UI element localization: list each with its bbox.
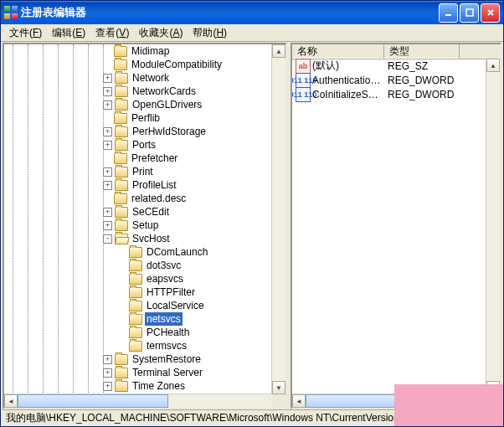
minimize-button[interactable] <box>439 3 458 23</box>
tree-node-systemrestore[interactable]: +SystemRestore <box>4 352 272 366</box>
folder-icon <box>115 100 128 111</box>
tree-node-terminal-server[interactable]: +Terminal Server <box>4 366 272 379</box>
tree-node-networkcards[interactable]: +NetworkCards <box>4 85 272 98</box>
scroll-up-button[interactable]: ▲ <box>272 44 285 58</box>
tree-node-termsvcs[interactable]: termsvcs <box>4 339 272 352</box>
values-scrollbar-vertical[interactable]: ▲ ▼ <box>486 59 500 394</box>
value-type: REG_DWORD <box>384 89 460 100</box>
expand-icon[interactable]: + <box>103 208 112 217</box>
tree-label[interactable]: Perflib <box>130 111 162 125</box>
tree-node-perhwidstorage[interactable]: +PerHwIdStorage <box>4 125 272 138</box>
maximize-button[interactable] <box>460 3 479 23</box>
close-button[interactable] <box>481 3 500 23</box>
tree-node-profilelist[interactable]: +ProfileList <box>4 178 272 192</box>
tree-label[interactable]: Setup <box>131 219 160 232</box>
tree-label[interactable]: LocalService <box>145 299 206 312</box>
tree-label[interactable]: DComLaunch <box>145 245 209 259</box>
tree-label[interactable]: netsvcs <box>145 312 183 326</box>
folder-icon <box>129 341 142 352</box>
tree-node-dot3svc[interactable]: dot3svc <box>4 259 272 272</box>
column-header[interactable]: 名称 <box>292 44 384 59</box>
registry-tree[interactable]: MidimapModuleCompatibility+Network+Netwo… <box>4 44 272 394</box>
expand-icon[interactable]: + <box>103 87 112 96</box>
expand-icon[interactable]: + <box>103 141 112 150</box>
tree-label[interactable]: related.desc <box>130 192 188 205</box>
tree-label[interactable]: HTTPFilter <box>145 286 197 299</box>
tree-node-pchealth[interactable]: PCHealth <box>4 326 272 339</box>
value-row[interactable]: 011 110Authenticatio…REG_DWORD <box>292 73 486 87</box>
scroll-right-button[interactable]: ► <box>259 408 272 409</box>
menu-a[interactable]: 收藏夹(A) <box>134 24 188 42</box>
tree-node-secedit[interactable]: +SeCEdit <box>4 205 272 219</box>
expand-icon[interactable]: + <box>103 167 112 177</box>
tree-node-prefetcher[interactable]: Prefetcher <box>4 152 272 165</box>
scroll-left-button[interactable]: ◄ <box>292 394 306 408</box>
tree-node-modulecompatibility[interactable]: ModuleCompatibility <box>4 58 272 71</box>
value-name: (默认) <box>312 59 339 73</box>
menubar: 文件(F)编辑(E)查看(V)收藏夹(A)帮助(H) <box>1 24 503 42</box>
values-header[interactable]: 名称类型 <box>292 44 500 59</box>
tree-label[interactable]: Midimap <box>130 44 171 58</box>
tree-label[interactable]: PerHwIdStorage <box>131 125 208 138</box>
tree-scrollbar-horizontal[interactable]: ◄ ► <box>4 394 272 408</box>
scroll-up-button[interactable]: ▲ <box>486 59 500 72</box>
expand-icon[interactable]: + <box>103 181 112 190</box>
tree-label[interactable]: PCHealth <box>145 326 191 339</box>
values-list[interactable]: ab(默认)REG_SZ011 110Authenticatio…REG_DWO… <box>292 59 486 394</box>
collapse-icon[interactable]: - <box>103 234 112 244</box>
menu-h[interactable]: 帮助(H) <box>188 24 232 42</box>
tree-node-eapsvcs[interactable]: eapsvcs <box>4 272 272 286</box>
tree-label[interactable]: Network <box>131 71 171 85</box>
tree-label[interactable]: SeCEdit <box>131 205 171 219</box>
tree-node-related-desc[interactable]: related.desc <box>4 192 272 205</box>
expand-icon[interactable]: + <box>103 355 112 364</box>
folder-icon <box>129 247 142 258</box>
expand-icon[interactable]: + <box>103 100 112 110</box>
tree-label[interactable]: Time Zones <box>131 379 187 393</box>
scroll-left-button[interactable]: ◄ <box>4 394 18 408</box>
tree-node-localservice[interactable]: LocalService <box>4 299 272 312</box>
tree-scrollbar-vertical[interactable]: ▲ ▼ <box>271 44 285 394</box>
tree-node-opengldrivers[interactable]: +OpenGLDrivers <box>4 98 272 111</box>
tree-node-ports[interactable]: +Ports <box>4 138 272 152</box>
tree-label[interactable]: Terminal Server <box>131 366 204 379</box>
menu-f[interactable]: 文件(F) <box>4 24 47 42</box>
tree-label[interactable]: NetworkCards <box>131 85 198 98</box>
tree-label[interactable]: ModuleCompatibility <box>130 58 224 71</box>
tree-node-perflib[interactable]: Perflib <box>4 111 272 125</box>
tree-label[interactable]: dot3svc <box>145 259 183 272</box>
tree-label[interactable]: SystemRestore <box>131 352 203 366</box>
value-row[interactable]: ab(默认)REG_SZ <box>292 59 486 73</box>
menu-v[interactable]: 查看(V) <box>90 24 134 42</box>
tree-label[interactable]: Print <box>131 165 155 178</box>
tree-node-time-zones[interactable]: +Time Zones <box>4 379 272 393</box>
expand-icon[interactable]: + <box>103 221 112 230</box>
column-header[interactable]: 类型 <box>384 44 460 59</box>
expand-icon[interactable]: + <box>103 74 112 83</box>
tree-node-setup[interactable]: +Setup <box>4 219 272 232</box>
expand-icon[interactable]: + <box>103 368 112 378</box>
tree-node-netsvcs[interactable]: netsvcs <box>4 312 272 326</box>
tree-label[interactable]: OpenGLDrivers <box>131 98 203 111</box>
expand-icon[interactable]: + <box>103 382 112 391</box>
tree-label[interactable]: Ports <box>131 138 157 152</box>
tree-node-httpfilter[interactable]: HTTPFilter <box>4 286 272 299</box>
value-row[interactable]: 011 110CoInitializeS…REG_DWORD <box>292 87 486 101</box>
tree-node-print[interactable]: +Print <box>4 165 272 178</box>
scroll-down-button[interactable]: ▼ <box>272 381 285 394</box>
folder-icon <box>115 180 128 191</box>
tree-label[interactable]: SvcHost <box>131 232 172 245</box>
tree-node-network[interactable]: +Network <box>4 71 272 85</box>
expand-icon[interactable]: + <box>103 127 112 136</box>
tree-label[interactable]: eapsvcs <box>145 272 185 286</box>
tree-node-dcomlaunch[interactable]: DComLaunch <box>4 245 272 259</box>
scroll-thumb[interactable] <box>306 394 402 408</box>
tree-label[interactable]: termsvcs <box>145 339 188 352</box>
tree-node-midimap[interactable]: Midimap <box>4 44 272 58</box>
menu-e[interactable]: 编辑(E) <box>47 24 90 42</box>
titlebar[interactable]: 注册表编辑器 <box>1 1 503 24</box>
tree-label[interactable]: ProfileList <box>131 178 178 192</box>
scroll-thumb[interactable] <box>18 394 168 408</box>
tree-node-svchost[interactable]: -SvcHost <box>4 232 272 245</box>
tree-label[interactable]: Prefetcher <box>130 152 179 165</box>
